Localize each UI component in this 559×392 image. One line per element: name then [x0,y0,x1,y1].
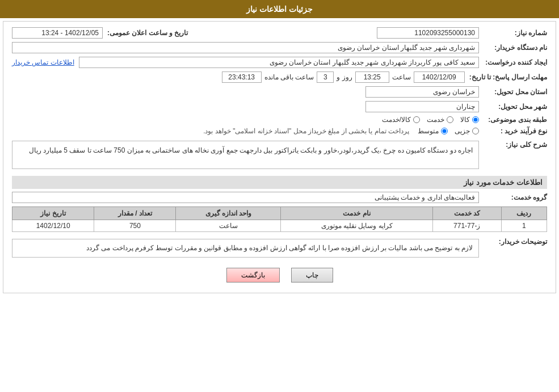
province-label: استان محل تحویل: [479,88,547,96]
row-buyer-notes: توضیحات خریدار: لازم به توضیح می باشد ما… [12,235,547,261]
city-label: شهر محل تحویل: [479,103,547,111]
process-radio-group: جزیی متوسط [418,127,479,135]
row-deadline: مهلت ارسال پاسخ: تا تاریخ: 1402/12/09 سا… [12,71,547,83]
process-motavaset-label: متوسط [418,127,439,135]
city-value: چناران [365,101,479,112]
category-radio-group: کالا خدمت کالا/خدمت [382,116,479,124]
category-khedmat-label: خدمت [427,116,444,124]
buyer-org-label: نام دستگاه خریدار: [479,44,547,52]
row-need-number: شماره نیاز: 1102093255000130 تاریخ و ساع… [12,27,547,39]
announcement-label: تاریخ و ساعت اعلان عمومی: [103,29,188,37]
category-radio-kala-khedmat[interactable] [413,116,420,123]
page-title: جزئیات اطلاعات نیاز [246,5,313,14]
col-quantity: تعداد / مقدار [94,207,176,220]
row-service-group: گروه خدمت: فعالیت‌های اداری و خدمات پشتی… [12,192,547,203]
category-radio-kala[interactable] [472,116,479,123]
col-name: نام خدمت [281,207,433,220]
process-label: نوع فرآیند خرید : [479,127,547,135]
process-jozii-label: جزیی [455,127,470,135]
services-table: ردیف کد خدمت نام خدمت واحد اندازه گیری ت… [12,206,547,232]
col-code: کد خدمت [432,207,501,220]
main-container: جزئیات اطلاعات نیاز شماره نیاز: 11020932… [0,0,559,392]
process-option-motavaset: متوسط [418,127,448,135]
category-radio-khedmat[interactable] [447,116,453,123]
time-label: ساعت [392,73,411,81]
service-group-value: فعالیت‌های اداری و خدمات پشتیبانی [12,192,479,203]
col-date: تاریخ نیاز [12,207,94,220]
creator-label: ایجاد کننده درخواست: [479,58,547,66]
back-button[interactable]: بازگشت [226,268,280,283]
content-area: شماره نیاز: 1102093255000130 تاریخ و ساع… [3,21,556,293]
category-kala-khedmat-label: کالا/خدمت [382,116,411,124]
row-description: شرح کلی نیاز: اجاره دو دستگاه کامیون ده … [12,138,547,171]
page-header: جزئیات اطلاعات نیاز [0,0,559,18]
row-city: شهر محل تحویل: چناران [12,101,547,112]
print-button[interactable]: چاپ [291,268,333,283]
need-number-value: 1102093255000130 [377,27,479,39]
buyer-notes-value: لازم به توضیح می باشد مالیات بر ارزش افز… [12,239,479,258]
category-option-kala: کالا [460,116,479,124]
category-label: طبقه بندی موضوعی: [479,116,547,124]
row-buyer-org: نام دستگاه خریدار: شهرداری شهر جدید گلبه… [12,42,547,53]
remaining-label: ساعت باقی مانده [264,73,314,81]
category-option-khedmat: خدمت [427,116,453,124]
days-value: 3 [317,71,334,83]
table-header-row: ردیف کد خدمت نام خدمت واحد اندازه گیری ت… [12,207,547,220]
description-label: شرح کلی نیاز: [479,138,547,149]
process-radio-jozii[interactable] [472,128,479,134]
buyer-org-value: شهرداری شهر جدید گلبهار استان خراسان رضو… [12,42,479,53]
col-unit: واحد اندازه گیری [176,207,281,220]
creator-value: سعید کافی پور کاربرداز شهرداری شهر جدید … [79,57,479,68]
deadline-label: مهلت ارسال پاسخ: تا تاریخ: [465,73,547,81]
process-option-jozii: جزیی [455,127,479,135]
category-kala-label: کالا [460,116,470,124]
process-note: پرداخت تمام یا بخشی از مبلغ خریداز محل "… [203,127,409,135]
remaining-value: 23:43:13 [222,71,262,83]
row-creator: ایجاد کننده درخواست: سعید کافی پور کاربر… [12,57,547,68]
category-option-kala-khedmat: کالا/خدمت [382,116,420,124]
deadline-time: 13:25 [355,71,389,83]
days-label: روز و [337,73,352,81]
button-row: چاپ بازگشت [12,268,547,283]
table-row: 1ز-77-771کرایه وسایل نقلیه موتوریساعت750… [12,220,547,232]
row-category: طبقه بندی موضوعی: کالا خدمت کالا/خدمت [12,116,547,124]
contact-link[interactable]: اطلاعات تماس خریدار [12,58,74,66]
buyer-notes-label: توضیحات خریدار: [479,235,547,246]
announcement-value: 1402/12/05 - 13:24 [12,27,103,39]
description-value: اجاره دو دستگاه کامیون ده چرخ ،یک گریدر،… [12,141,479,169]
row-province: استان محل تحویل: خراسان رضوی [12,86,547,98]
province-value: خراسان رضوی [365,86,479,98]
row-process: نوع فرآیند خرید : جزیی متوسط پرداخت تمام… [12,127,547,135]
deadline-date: 1402/12/09 [414,71,465,83]
col-row-num: ردیف [501,207,547,220]
service-group-label: گروه خدمت: [479,193,547,201]
need-number-label: شماره نیاز: [479,29,547,37]
process-radio-motavaset[interactable] [441,128,448,134]
services-title: اطلاعات خدمات مورد نیاز [12,176,547,189]
